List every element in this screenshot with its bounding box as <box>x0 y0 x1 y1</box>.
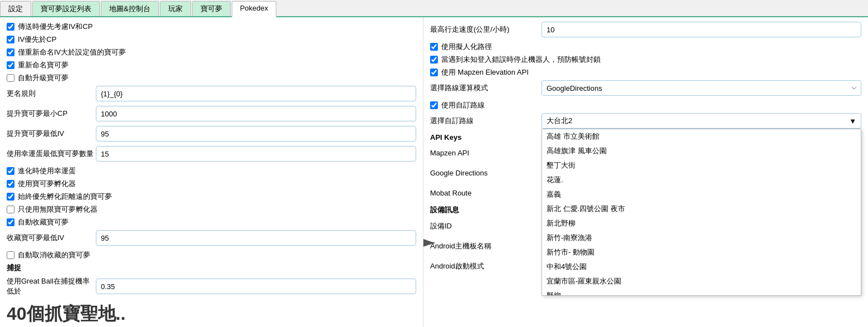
capture-section-label: 捕捉 <box>7 263 416 273</box>
checkbox-transfer-iv-cp[interactable]: 傳送時優先考慮IV和CP <box>7 22 416 32</box>
field-rename-rule: 更名規則 <box>7 86 416 101</box>
dropdown-item[interactable]: 花蓮. <box>542 173 861 187</box>
lucky-egg-input[interactable] <box>96 146 416 162</box>
dropdown-item[interactable]: 新北 仁愛.四號公園 夜市 <box>542 202 861 216</box>
route-algorithm-select[interactable]: GoogleDirections MapzenRoute ManualRoute <box>542 80 861 96</box>
checkbox-auto-cancel-fav[interactable]: 自動取消收藏的寶可夢 <box>7 250 416 260</box>
dropdown-item[interactable]: 高雄旗津 風車公園 <box>542 144 861 158</box>
dropdown-item[interactable]: 新北野柳 <box>542 216 861 231</box>
checkbox-auto-collect[interactable]: 自動收藏寶可夢 <box>7 217 416 227</box>
checkbox-hatch-distance[interactable]: 始終優先孵化距離遠的寶可夢 <box>7 192 416 202</box>
chevron-down-icon: ▼ <box>849 117 856 125</box>
checkbox-rename-iv[interactable]: 僅重新命名IV大於設定值的寶可夢 <box>7 47 416 57</box>
field-lucky-egg-count: 使用幸運蛋最低寶可夢數量 <box>7 146 416 162</box>
checkbox-mapzen-elevation[interactable]: 使用 Mapzen Elevation API <box>430 67 861 77</box>
checkbox-stop-unknown[interactable]: 當遇到未知登入錯誤時停止機器人，預防帳號封鎖 <box>430 55 861 65</box>
checkbox-rename-pokemon[interactable]: 重新命名寶可夢 <box>7 60 416 70</box>
tab-settings[interactable]: 設定 <box>0 1 31 16</box>
rename-rule-input[interactable] <box>96 86 416 101</box>
min-cp-input[interactable] <box>96 106 416 121</box>
tab-map-control[interactable]: 地圖&控制台 <box>101 1 159 16</box>
tab-dream[interactable]: 寶可夢 <box>192 1 231 16</box>
dropdown-item[interactable]: 墾丁大街 <box>542 158 861 173</box>
checkbox-use-custom-route[interactable]: 使用自訂路線 <box>430 100 861 110</box>
tab-bar: 設定 寶可夢設定列表 地圖&控制台 玩家 寶可夢 Pokedex <box>0 0 868 17</box>
checkbox-unlimited-incubator[interactable]: 只使用無限寶可夢孵化器 <box>7 204 416 214</box>
dropdown-item[interactable]: 嘉義 <box>542 187 861 202</box>
fav-min-iv-input[interactable] <box>96 230 416 246</box>
tab-pokemon-list[interactable]: 寶可夢設定列表 <box>32 1 100 16</box>
dropdown-item[interactable]: 中和4號公園 <box>542 260 861 274</box>
custom-route-dropdown[interactable]: 大台北2 ▼ <box>542 113 861 129</box>
dropdown-item[interactable]: 新竹市- 動物園 <box>542 245 861 260</box>
row-custom-route-select: 選擇自訂路線 大台北2 ▼ 高雄 市立美術館 高雄旗津 風車公園 墾丁大街 花蓮… <box>430 113 861 129</box>
max-speed-input[interactable] <box>542 22 861 37</box>
tab-player[interactable]: 玩家 <box>160 1 191 16</box>
great-ball-input[interactable] <box>96 279 416 294</box>
right-panel: 最高行走速度(公里/小時) 使用擬人化路徑 當遇到未知登入錯誤時停止機器人，預防… <box>423 17 868 327</box>
overlay-text-1: 40個抓寶聖地.. <box>7 302 416 326</box>
min-iv-input[interactable] <box>96 126 416 141</box>
field-min-cp: 提升寶可夢最小CP <box>7 106 416 121</box>
row-max-speed: 最高行走速度(公里/小時) <box>430 22 861 37</box>
left-panel: 傳送時優先考慮IV和CP IV優先於CP 僅重新命名IV大於設定值的寶可夢 重新… <box>0 17 423 327</box>
checkbox-use-incubator[interactable]: 使用寶可夢孵化器 <box>7 179 416 189</box>
tab-pokedex[interactable]: Pokedex <box>232 1 277 17</box>
row-route-select: 選擇路線運算模式 GoogleDirections MapzenRoute Ma… <box>430 80 861 96</box>
dropdown-item[interactable]: 野柳 <box>542 289 861 296</box>
checkbox-humanized-path[interactable]: 使用擬人化路徑 <box>430 42 861 52</box>
custom-route-dropdown-list: 高雄 市立美術館 高雄旗津 風車公園 墾丁大街 花蓮. 嘉義 新北 仁愛.四號公… <box>542 129 861 296</box>
dropdown-item[interactable]: 新竹-南寮漁港 <box>542 231 861 245</box>
field-fav-min-iv: 收藏寶可夢最低IV <box>7 230 416 246</box>
dropdown-item[interactable]: 高雄 市立美術館 <box>542 129 861 144</box>
dropdown-item[interactable]: 宜蘭市區-羅東親水公園 <box>542 274 861 289</box>
checkbox-evolve-lucky[interactable]: 進化時使用幸運蛋 <box>7 166 416 176</box>
field-great-ball: 使用Great Ball在捕捉機率低於 <box>7 276 416 296</box>
checkbox-iv-priority-cp[interactable]: IV優先於CP <box>7 35 416 45</box>
field-min-iv: 提升寶可夢最低IV <box>7 126 416 141</box>
main-content: 傳送時優先考慮IV和CP IV優先於CP 僅重新命名IV大於設定值的寶可夢 重新… <box>0 17 868 327</box>
checkbox-auto-upgrade[interactable]: 自動升級寶可夢 <box>7 73 416 83</box>
dropdown-container: 大台北2 ▼ 高雄 市立美術館 高雄旗津 風車公園 墾丁大街 花蓮. 嘉義 新北… <box>542 113 861 129</box>
